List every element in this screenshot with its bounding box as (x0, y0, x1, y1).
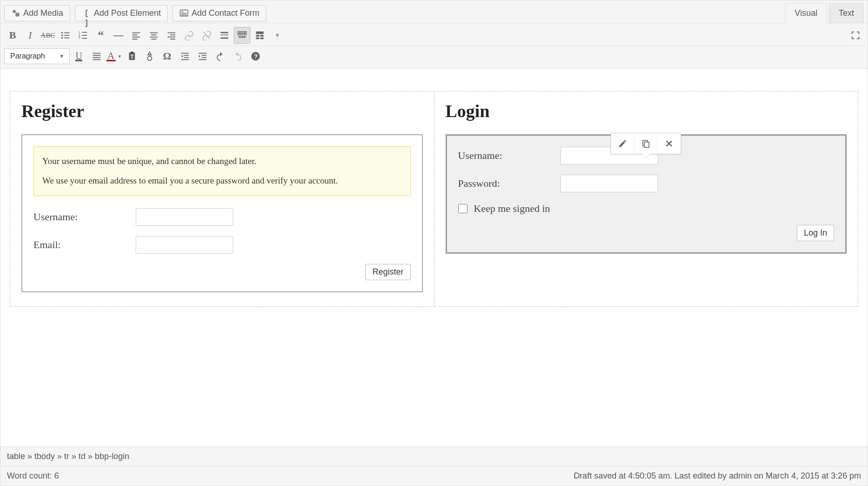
svg-rect-41 (240, 36, 242, 38)
notice-line-1: Your username must be unique, and cannot… (42, 154, 402, 168)
numbered-list-button[interactable]: 123 (75, 27, 92, 44)
bullet-list-button[interactable] (57, 27, 74, 44)
redo-button[interactable] (230, 48, 246, 65)
chevron-down-icon: ▼ (59, 53, 65, 59)
svg-rect-21 (132, 39, 138, 39)
paste-text-button[interactable]: T (124, 48, 140, 65)
path-bar[interactable]: table » tbody » tr » td » bbp-login (0, 447, 868, 466)
editor-tabs: Visual Text (783, 3, 864, 23)
hr-button[interactable]: — (110, 27, 127, 44)
svg-rect-24 (150, 37, 158, 38)
register-heading: Register (21, 101, 423, 121)
edit-element-button[interactable] (611, 133, 634, 154)
help-button[interactable]: ? (247, 48, 264, 65)
toolbar-toggle-button[interactable] (234, 27, 250, 44)
svg-rect-19 (132, 34, 138, 35)
svg-rect-28 (168, 37, 176, 38)
register-panel: Your username must be unique, and cannot… (21, 134, 423, 292)
add-contact-form-label: Add Contact Form (191, 8, 259, 18)
align-left-button[interactable] (128, 27, 145, 44)
login-cell: Login Us (434, 92, 858, 306)
format-dropdown-label: Paragraph (10, 52, 45, 60)
notice-line-2: We use your email address to email you a… (42, 174, 402, 188)
svg-rect-38 (242, 33, 243, 34)
editor-container: Add Media [ ] Add Post Element Add Conta… (0, 0, 868, 486)
svg-rect-45 (256, 35, 259, 37)
tab-text[interactable]: Text (829, 3, 864, 23)
svg-rect-56 (181, 53, 189, 54)
svg-rect-40 (239, 36, 240, 38)
blockquote-button[interactable]: “ (92, 27, 109, 44)
svg-rect-60 (198, 53, 206, 54)
svg-rect-31 (221, 32, 229, 33)
align-right-button[interactable] (163, 27, 180, 44)
special-char-button[interactable]: Ω (159, 48, 176, 65)
svg-rect-34 (221, 38, 229, 39)
align-center-button[interactable] (145, 27, 162, 44)
login-username-label: Username: (458, 150, 560, 162)
toolbar-row-2: Paragraph ▼ U A▼ T Ω (3, 46, 865, 66)
underline-button[interactable]: U (71, 48, 87, 65)
register-notice: Your username must be unique, and cannot… (33, 146, 411, 196)
add-media-button[interactable]: Add Media (4, 5, 70, 21)
clear-formatting-button[interactable] (141, 48, 158, 65)
svg-rect-4 (181, 13, 187, 14)
login-password-row: Password: (458, 175, 835, 192)
fullscreen-button[interactable] (847, 27, 864, 44)
login-password-label: Password: (458, 177, 560, 190)
table-button[interactable] (251, 27, 268, 44)
text-color-button[interactable]: A▼ (106, 48, 123, 65)
bold-button[interactable]: B (4, 27, 21, 44)
keep-signed-in-row: Keep me signed in (458, 203, 835, 215)
svg-rect-58 (184, 57, 189, 58)
word-count: Word count: 6 (7, 471, 59, 481)
svg-rect-67 (644, 142, 649, 148)
indent-button[interactable] (194, 48, 211, 65)
svg-rect-57 (184, 55, 189, 56)
outdent-button[interactable] (177, 48, 193, 65)
footer: Word count: 6 Draft saved at 4:50:05 am.… (0, 466, 868, 486)
topbar: Add Media [ ] Add Post Element Add Conta… (0, 0, 868, 23)
svg-rect-25 (151, 39, 157, 39)
duplicate-element-button[interactable] (634, 133, 658, 154)
svg-point-8 (61, 34, 63, 36)
undo-button[interactable] (212, 48, 229, 65)
svg-rect-52 (92, 59, 100, 60)
brackets-icon: [ ] (82, 8, 91, 18)
svg-rect-54 (131, 52, 133, 53)
italic-button[interactable]: I (22, 27, 39, 44)
add-contact-form-button[interactable]: Add Contact Form (172, 5, 266, 21)
link-button[interactable] (181, 27, 197, 44)
content-canvas[interactable]: Register Your username must be unique, a… (0, 69, 868, 447)
tab-visual[interactable]: Visual (785, 3, 827, 23)
svg-rect-18 (132, 33, 140, 33)
register-email-input[interactable] (136, 236, 233, 254)
more-menu-button[interactable]: ▼ (269, 27, 286, 44)
svg-rect-26 (168, 33, 176, 33)
register-submit-row: Register (33, 264, 411, 280)
register-username-label: Username: (33, 211, 136, 223)
svg-text:3: 3 (79, 36, 80, 39)
svg-rect-49 (92, 53, 100, 54)
add-post-element-label: Add Post Element (94, 8, 161, 18)
svg-rect-22 (150, 33, 158, 33)
insert-more-button[interactable] (216, 27, 233, 44)
justify-button[interactable] (88, 48, 105, 65)
strikethrough-button[interactable]: ABC (39, 27, 56, 44)
element-hover-toolbar (611, 133, 681, 154)
svg-rect-51 (92, 57, 100, 58)
svg-point-10 (61, 37, 63, 39)
register-button[interactable]: Register (365, 264, 410, 280)
add-post-element-button[interactable]: [ ] Add Post Element (75, 5, 168, 21)
register-username-input[interactable] (136, 208, 233, 226)
svg-rect-20 (132, 37, 140, 38)
login-password-input[interactable] (560, 175, 658, 192)
format-dropdown[interactable]: Paragraph ▼ (4, 48, 70, 64)
unlink-button[interactable] (198, 27, 215, 44)
svg-rect-39 (244, 33, 246, 34)
login-button[interactable]: Log In (797, 225, 834, 241)
remove-element-button[interactable] (658, 133, 681, 154)
svg-rect-50 (92, 55, 100, 56)
form-icon (179, 8, 189, 18)
keep-signed-in-checkbox[interactable] (458, 204, 467, 213)
